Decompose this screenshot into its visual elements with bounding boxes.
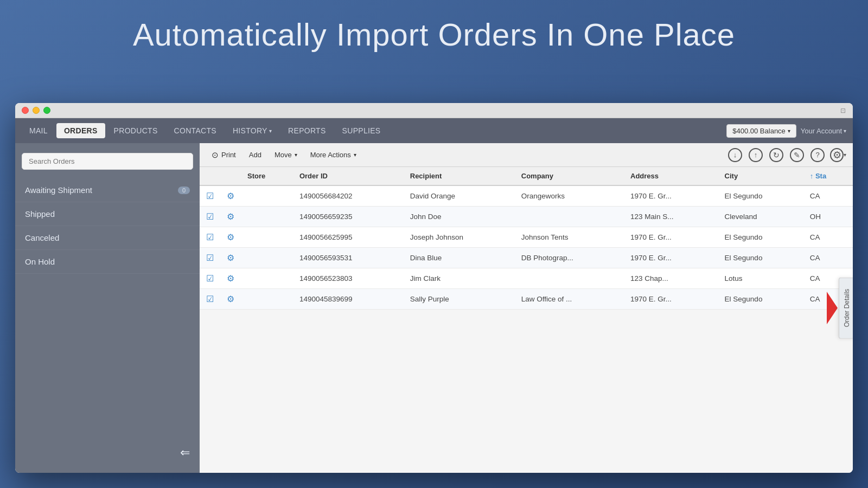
row-gear-icon[interactable]: ⚙ <box>227 253 234 262</box>
row-company: DB Photograp... <box>515 248 624 268</box>
more-actions-button[interactable]: More Actions ▾ <box>305 148 362 162</box>
move-button[interactable]: Move ▾ <box>269 148 303 162</box>
row-gear-cell[interactable]: ⚙ <box>220 289 241 310</box>
settings-icon-btn[interactable]: ⚙ ▾ <box>830 147 846 163</box>
row-company: Johnson Tents <box>515 227 624 248</box>
row-checkbox-cell[interactable]: ☑ <box>200 248 220 268</box>
row-store <box>241 268 293 289</box>
download-icon-btn[interactable]: ↓ <box>727 147 743 163</box>
row-checkbox-cell[interactable]: ☑ <box>200 185 220 207</box>
nav-item-products[interactable]: PRODUCTS <box>106 123 165 138</box>
toolbar: ⊙ Print Add Move ▾ More Actions ▾ ↓ <box>200 143 853 167</box>
sidebar-item-onhold[interactable]: On Hold <box>15 250 200 274</box>
nav-right: $400.00 Balance ▾ Your Account ▾ <box>726 124 846 138</box>
row-company <box>515 268 624 289</box>
nav-item-contacts[interactable]: CONTACTS <box>167 123 224 138</box>
title-bar: ⊡ <box>15 103 853 118</box>
table-row: ☑ ⚙ 1490056684202 David Orange Orangewor… <box>200 185 853 207</box>
row-city: El Segundo <box>718 185 803 207</box>
account-dropdown-icon: ▾ <box>844 128 846 134</box>
col-company[interactable]: Company <box>515 167 624 185</box>
refresh-icon-btn[interactable]: ↻ <box>768 147 784 163</box>
col-order-id[interactable]: Order ID <box>293 167 404 185</box>
nav-bar: MAIL ORDERS PRODUCTS CONTACTS HISTORY ▾ … <box>15 118 853 143</box>
checkbox-icon: ☑ <box>206 274 214 283</box>
checkbox-icon: ☑ <box>206 294 214 304</box>
add-button[interactable]: Add <box>244 148 267 162</box>
row-recipient: David Orange <box>404 185 515 207</box>
row-address: 1970 E. Gr... <box>624 185 718 207</box>
sidebar-collapse-icon[interactable]: ⇐ <box>180 446 190 460</box>
sort-arrow-icon: ↑ <box>810 172 815 180</box>
row-city: El Segundo <box>718 227 803 248</box>
sidebar-item-canceled[interactable]: Canceled <box>15 226 200 250</box>
nav-item-mail[interactable]: MAIL <box>22 123 55 138</box>
orders-table-container: Store Order ID Recipient Company Address… <box>200 167 853 473</box>
search-input[interactable] <box>22 153 193 170</box>
nav-item-supplies[interactable]: SUPPLIES <box>335 123 388 138</box>
checkbox-icon: ☑ <box>206 212 214 221</box>
window-resize-icon[interactable]: ⊡ <box>839 106 847 115</box>
row-city: El Segundo <box>718 289 803 310</box>
row-order-id: 1490056593531 <box>293 248 404 268</box>
row-store <box>241 248 293 268</box>
page-title: Automatically Import Orders In One Place <box>33 16 835 53</box>
row-gear-cell[interactable]: ⚙ <box>220 268 241 289</box>
row-city: El Segundo <box>718 248 803 268</box>
sidebar-item-shipped[interactable]: Shipped <box>15 202 200 226</box>
table-row: ☑ ⚙ 1490056523803 Jim Clark 123 Chap... … <box>200 268 853 289</box>
row-store <box>241 289 293 310</box>
row-address: 1970 E. Gr... <box>624 227 718 248</box>
fullscreen-button[interactable] <box>43 107 50 114</box>
row-checkbox-cell[interactable]: ☑ <box>200 289 220 310</box>
help-icon-btn[interactable]: ? <box>809 147 826 163</box>
sidebar: Awaiting Shipment 0 Shipped Canceled On … <box>15 143 200 473</box>
minimize-button[interactable] <box>33 107 40 114</box>
row-store <box>241 227 293 248</box>
settings-dropdown-icon: ▾ <box>844 152 846 158</box>
balance-button[interactable]: $400.00 Balance ▾ <box>726 124 796 138</box>
col-state[interactable]: ↑ Sta <box>803 167 853 185</box>
sidebar-bottom: ⇐ <box>15 438 200 467</box>
settings-icon: ⚙ <box>830 148 844 162</box>
order-details-tab[interactable]: Order Details <box>839 278 853 339</box>
row-state: OH <box>803 207 853 227</box>
row-gear-icon[interactable]: ⚙ <box>227 233 234 242</box>
col-city[interactable]: City <box>718 167 803 185</box>
table-row: ☑ ⚙ 1490045839699 Sally Purple Law Offic… <box>200 289 853 310</box>
row-gear-cell[interactable]: ⚙ <box>220 227 241 248</box>
row-gear-icon[interactable]: ⚙ <box>227 191 234 201</box>
print-button[interactable]: ⊙ Print <box>206 147 241 163</box>
sidebar-item-shipped-label: Shipped <box>25 209 55 219</box>
row-recipient: Joseph Johnson <box>404 227 515 248</box>
row-order-id: 1490045839699 <box>293 289 404 310</box>
checkbox-icon: ☑ <box>206 233 214 242</box>
row-gear-cell[interactable]: ⚙ <box>220 248 241 268</box>
col-address[interactable]: Address <box>624 167 718 185</box>
row-order-id: 1490056684202 <box>293 185 404 207</box>
row-checkbox-cell[interactable]: ☑ <box>200 227 220 248</box>
nav-item-reports[interactable]: REPORTS <box>280 123 334 138</box>
edit-icon-btn[interactable]: ✎ <box>789 147 805 163</box>
nav-item-history[interactable]: HISTORY ▾ <box>225 123 279 138</box>
nav-item-orders[interactable]: ORDERS <box>56 123 105 138</box>
row-checkbox-cell[interactable]: ☑ <box>200 268 220 289</box>
row-company <box>515 207 624 227</box>
row-gear-cell[interactable]: ⚙ <box>220 207 241 227</box>
row-checkbox-cell[interactable]: ☑ <box>200 207 220 227</box>
row-gear-icon[interactable]: ⚙ <box>227 212 234 221</box>
sidebar-item-awaiting[interactable]: Awaiting Shipment 0 <box>15 178 200 202</box>
account-button[interactable]: Your Account ▾ <box>801 127 846 135</box>
table-row: ☑ ⚙ 1490056625995 Joseph Johnson Johnson… <box>200 227 853 248</box>
close-button[interactable] <box>22 107 29 114</box>
row-gear-cell[interactable]: ⚙ <box>220 185 241 207</box>
row-gear-icon[interactable]: ⚙ <box>227 274 234 283</box>
col-store[interactable]: Store <box>241 167 293 185</box>
col-recipient[interactable]: Recipient <box>404 167 515 185</box>
upload-icon-btn[interactable]: ↑ <box>748 147 764 163</box>
row-gear-icon[interactable]: ⚙ <box>227 294 234 304</box>
row-address: 1970 E. Gr... <box>624 248 718 268</box>
row-order-id: 1490056659235 <box>293 207 404 227</box>
col-checkbox <box>200 167 220 185</box>
toolbar-right: ↓ ↑ ↻ ✎ ? ⚙ ▾ <box>727 147 846 163</box>
